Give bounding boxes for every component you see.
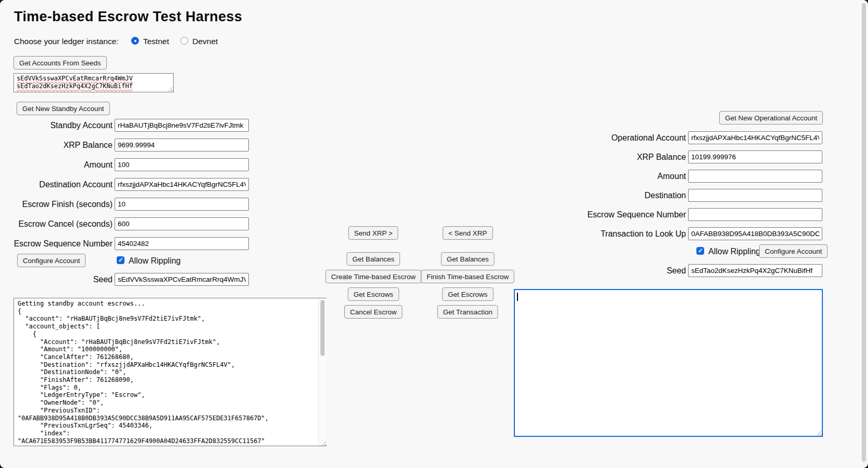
standby-xrp-balance-field[interactable] <box>115 139 249 152</box>
devnet-radio-label[interactable]: Devnet <box>192 37 218 46</box>
get-transaction-button[interactable]: Get Transaction <box>437 305 498 319</box>
operational-results-box[interactable] <box>514 289 823 437</box>
send-xrp-to-operational-button[interactable]: Send XRP > <box>348 226 398 240</box>
operational-seed-label: Seed <box>567 266 686 276</box>
standby-escrow-sequence-label: Escrow Sequence Number <box>11 239 113 249</box>
operational-amount-label: Amount <box>567 172 686 181</box>
get-accounts-from-seeds-button[interactable]: Get Accounts From Seeds <box>13 56 107 70</box>
transaction-to-look-up-label: Transaction to Look Up <box>567 229 686 239</box>
operational-destination-label: Destination <box>567 191 686 200</box>
finish-time-based-escrow-button[interactable]: Finish Time-based Escrow <box>421 270 514 283</box>
standby-amount-field[interactable] <box>115 158 249 171</box>
operational-escrow-sequence-field[interactable] <box>688 208 822 221</box>
transaction-to-look-up-field[interactable] <box>688 227 822 240</box>
resize-grip-icon[interactable] <box>816 430 821 435</box>
standby-configure-account-button[interactable]: Configure Account <box>17 254 86 267</box>
operational-escrow-sequence-label: Escrow Sequence Number <box>567 210 686 219</box>
operational-get-balances-button[interactable]: Get Balances <box>441 252 494 266</box>
devnet-radio[interactable] <box>180 37 188 45</box>
standby-account-label: Standby Account <box>11 121 113 130</box>
operational-account-label: Operational Account <box>567 133 686 143</box>
send-xrp-to-standby-button[interactable]: < Send XRP <box>443 226 493 240</box>
operational-xrp-balance-label: XRP Balance <box>567 153 686 162</box>
get-new-operational-account-button[interactable]: Get New Operational Account <box>719 111 823 125</box>
standby-xrp-balance-label: XRP Balance <box>11 141 113 150</box>
scrollbar-thumb[interactable] <box>320 300 325 356</box>
standby-escrow-cancel-field[interactable] <box>115 217 249 230</box>
window-scrollbar[interactable] <box>862 3 866 462</box>
standby-destination-label: Destination Account <box>11 180 113 189</box>
testnet-radio[interactable] <box>131 37 139 45</box>
standby-destination-field[interactable] <box>115 178 249 191</box>
seeds-textarea[interactable]: sEdVVkSsswaXPCvEatRmcarRrq4WmJVsEdTao2dK… <box>13 73 174 92</box>
ledger-instance-prompt: Choose your ledger instance: <box>14 37 119 46</box>
operational-allow-rippling-label[interactable]: Allow Rippling <box>708 247 761 256</box>
standby-escrow-finish-field[interactable] <box>115 198 249 211</box>
page-title: Time-based Escrow Test Harness <box>14 9 242 25</box>
create-time-based-escrow-button[interactable]: Create Time-based Escrow <box>326 270 422 283</box>
standby-results-scrollbar[interactable] <box>318 298 327 446</box>
standby-allow-rippling-label[interactable]: Allow Rippling <box>129 256 181 266</box>
operational-get-escrows-button[interactable]: Get Escrows <box>442 287 494 301</box>
testnet-radio-label[interactable]: Testnet <box>143 37 169 46</box>
operational-amount-field[interactable] <box>688 170 822 183</box>
standby-account-field[interactable] <box>115 119 249 132</box>
get-new-standby-account-button[interactable]: Get New Standby Account <box>17 102 110 115</box>
operational-account-field[interactable] <box>688 131 822 144</box>
operational-allow-rippling-checkbox[interactable] <box>696 247 704 255</box>
cancel-escrow-button[interactable]: Cancel Escrow <box>344 305 402 319</box>
text-cursor <box>517 293 518 301</box>
operational-seed-field[interactable] <box>688 264 822 277</box>
standby-amount-label: Amount <box>11 160 113 170</box>
standby-escrow-cancel-label: Escrow Cancel (seconds) <box>11 219 113 229</box>
standby-results-box[interactable]: Getting standby account escrows... { "ac… <box>13 298 327 446</box>
standby-escrow-finish-label: Escrow Finish (seconds) <box>11 200 113 209</box>
operational-configure-account-button[interactable]: Configure Account <box>759 244 828 258</box>
standby-escrow-sequence-field[interactable] <box>115 237 249 250</box>
escrow-test-harness-page: Time-based Escrow Test Harness Choose yo… <box>0 0 868 468</box>
operational-xrp-balance-field[interactable] <box>688 150 822 163</box>
operational-destination-field[interactable] <box>688 189 822 202</box>
standby-seed-label: Seed <box>11 275 113 284</box>
standby-get-balances-button[interactable]: Get Balances <box>346 252 400 266</box>
standby-get-escrows-button[interactable]: Get Escrows <box>348 287 399 301</box>
standby-allow-rippling-checkbox[interactable] <box>117 256 124 264</box>
standby-seed-field[interactable] <box>115 273 249 286</box>
